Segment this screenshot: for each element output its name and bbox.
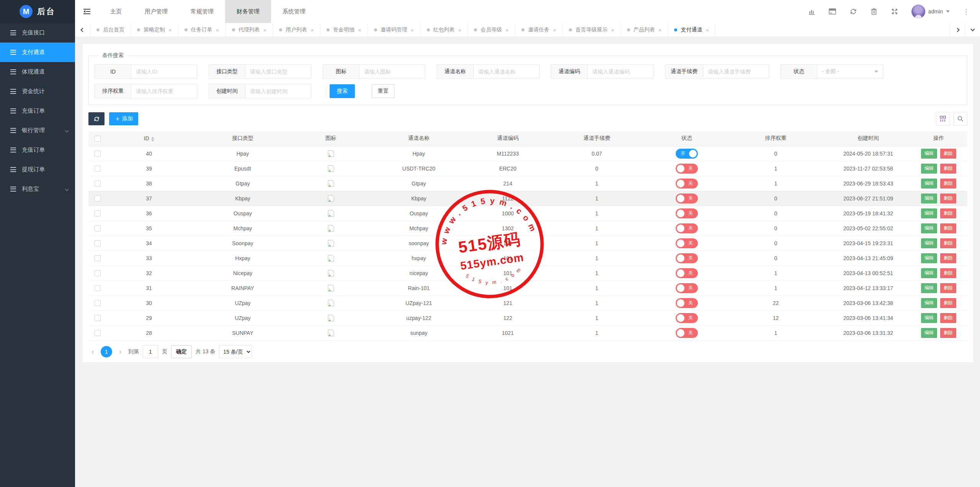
sidebar-item-支付通道[interactable]: 支付通道	[0, 43, 75, 62]
delete-button[interactable]: 删除	[940, 283, 956, 293]
edit-button[interactable]: 编辑	[921, 223, 937, 233]
more-vertical-icon[interactable]: ⋮	[963, 8, 969, 15]
status-toggle[interactable]: 开	[676, 149, 698, 159]
goto-page-input[interactable]	[143, 345, 158, 358]
delete-button[interactable]: 删除	[940, 223, 956, 233]
tab-item[interactable]: 后台首页	[90, 23, 131, 37]
tab-item[interactable]: 代理列表×	[226, 23, 273, 37]
tab-close-icon[interactable]: ×	[553, 27, 556, 33]
channel-code-input[interactable]	[588, 64, 653, 79]
tab-close-icon[interactable]: ×	[458, 27, 462, 33]
sidebar-item-充值订单[interactable]: 充值订单	[0, 101, 75, 121]
tab-item[interactable]: 会员等级×	[468, 23, 515, 37]
delete-button[interactable]: 删除	[940, 164, 956, 174]
edit-button[interactable]: 编辑	[921, 298, 937, 308]
status-toggle[interactable]: 关	[676, 283, 698, 293]
status-toggle[interactable]: 关	[676, 164, 698, 174]
add-button[interactable]: ＋添加	[109, 112, 138, 125]
delete-button[interactable]: 删除	[940, 268, 956, 278]
collapse-sidebar-icon[interactable]	[75, 0, 99, 23]
tab-item[interactable]: 用户列表×	[273, 23, 320, 37]
nav-item-财务管理[interactable]: 财务管理	[225, 0, 271, 23]
tab-item[interactable]: 邀请任务×	[515, 23, 563, 37]
delete-button[interactable]: 删除	[940, 238, 956, 248]
status-toggle[interactable]: 关	[676, 238, 698, 248]
delete-button[interactable]: 删除	[940, 149, 956, 159]
tab-scroll-right-button[interactable]	[949, 23, 965, 37]
next-page-icon[interactable]: ›	[116, 347, 124, 356]
tab-item[interactable]: 红包列表×	[421, 23, 468, 37]
edit-button[interactable]: 编辑	[921, 164, 937, 174]
nav-item-常规管理[interactable]: 常规管理	[179, 0, 225, 23]
row-checkbox[interactable]	[95, 285, 101, 291]
edit-button[interactable]: 编辑	[921, 253, 937, 263]
row-checkbox[interactable]	[95, 255, 101, 261]
nav-item-主页[interactable]: 主页	[99, 0, 133, 23]
edit-button[interactable]: 编辑	[921, 238, 937, 248]
row-checkbox[interactable]	[95, 270, 101, 276]
tab-close-icon[interactable]: ×	[611, 27, 614, 33]
table-search-button[interactable]	[954, 112, 967, 126]
sidebar-item-体现通道[interactable]: 体现通道	[0, 62, 75, 82]
delete-button[interactable]: 删除	[940, 208, 956, 218]
select-all-checkbox[interactable]	[95, 136, 101, 142]
row-checkbox[interactable]	[95, 330, 101, 336]
edit-button[interactable]: 编辑	[921, 268, 937, 278]
tab-item[interactable]: 邀请码管理×	[368, 23, 421, 37]
row-checkbox[interactable]	[95, 151, 101, 157]
edit-button[interactable]: 编辑	[921, 208, 937, 218]
sidebar-item-银行管理[interactable]: 银行管理	[0, 121, 75, 140]
row-checkbox[interactable]	[95, 300, 101, 306]
row-checkbox[interactable]	[95, 195, 101, 202]
delete-button[interactable]: 删除	[940, 328, 956, 338]
edit-button[interactable]: 编辑	[921, 179, 937, 189]
delete-button[interactable]: 删除	[940, 179, 956, 189]
refresh-table-button[interactable]	[88, 112, 105, 125]
status-toggle[interactable]: 关	[676, 193, 698, 203]
edit-button[interactable]: 编辑	[921, 283, 937, 293]
row-checkbox[interactable]	[95, 225, 101, 231]
trash-icon[interactable]	[870, 8, 878, 15]
fullscreen-icon[interactable]	[891, 8, 898, 15]
tab-close-icon[interactable]: ×	[658, 27, 662, 33]
card-window-icon[interactable]	[829, 8, 836, 15]
user-menu[interactable]: admin	[911, 5, 950, 18]
status-toggle[interactable]: 关	[676, 268, 698, 278]
edit-button[interactable]: 编辑	[921, 328, 937, 338]
row-checkbox[interactable]	[95, 240, 101, 246]
sort-icon[interactable]	[151, 137, 154, 141]
status-toggle[interactable]: 关	[676, 223, 698, 233]
delete-button[interactable]: 删除	[940, 193, 956, 203]
tab-item[interactable]: 支付通道×	[668, 23, 715, 37]
icon-input[interactable]	[359, 64, 425, 79]
edit-button[interactable]: 编辑	[921, 313, 937, 323]
nav-item-系统管理[interactable]: 系统管理	[271, 0, 317, 23]
tab-item[interactable]: 资金明细×	[320, 23, 368, 37]
status-toggle[interactable]: 关	[676, 298, 698, 308]
search-button[interactable]: 搜索	[330, 84, 355, 98]
tab-menu-button[interactable]	[965, 23, 980, 37]
channel-name-input[interactable]	[474, 64, 539, 79]
status-toggle[interactable]: 关	[676, 328, 698, 338]
status-toggle[interactable]: 关	[676, 253, 698, 263]
api-type-input[interactable]	[245, 64, 311, 79]
tab-item[interactable]: 任务订单×	[178, 23, 226, 37]
row-checkbox[interactable]	[95, 166, 101, 172]
refresh-icon[interactable]	[849, 8, 857, 15]
created-time-input[interactable]	[245, 84, 311, 98]
reset-button[interactable]: 重置	[372, 84, 395, 98]
tab-close-icon[interactable]: ×	[263, 27, 267, 33]
tab-item[interactable]: 策略定制×	[131, 23, 178, 37]
tab-scroll-left-button[interactable]	[75, 23, 90, 37]
status-toggle[interactable]: 关	[676, 179, 698, 189]
prev-page-icon[interactable]: ‹	[88, 347, 97, 356]
row-checkbox[interactable]	[95, 180, 101, 187]
nav-item-用户管理[interactable]: 用户管理	[133, 0, 179, 23]
tab-close-icon[interactable]: ×	[706, 27, 709, 33]
tab-close-icon[interactable]: ×	[168, 27, 172, 33]
edit-button[interactable]: 编辑	[921, 149, 937, 159]
channel-fee-input[interactable]	[703, 64, 769, 79]
sidebar-item-利息宝[interactable]: 利息宝	[0, 179, 75, 199]
row-checkbox[interactable]	[95, 210, 101, 216]
sort-weight-input[interactable]	[131, 84, 197, 98]
